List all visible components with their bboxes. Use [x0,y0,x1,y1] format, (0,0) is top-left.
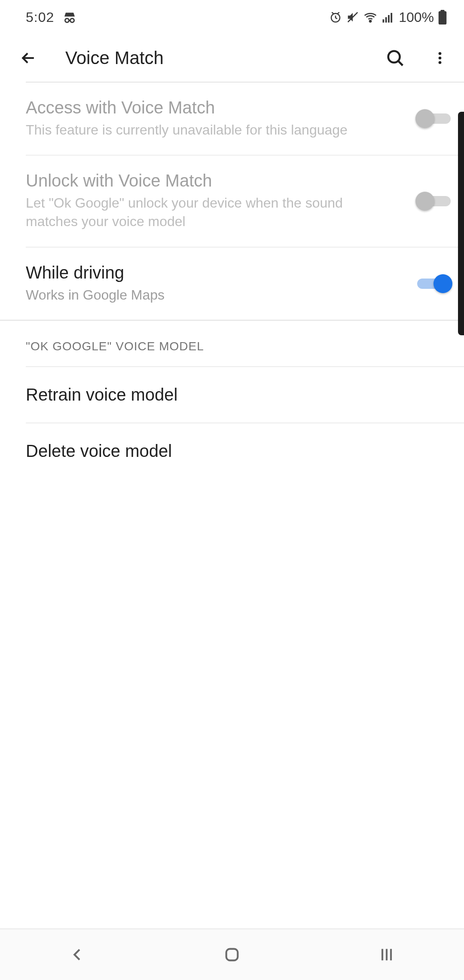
section-header: "OK GOOGLE" VOICE MODEL [26,321,464,366]
row-texts: While driving Works in Google Maps [26,263,404,304]
setting-title: Delete voice model [26,441,464,461]
switch-off-icon [417,193,451,210]
status-bar-left: 5:02 [26,9,77,25]
chevron-left-icon [69,946,86,963]
delete-voice-model[interactable]: Delete voice model [26,423,464,479]
setting-title: Retrain voice model [26,385,464,404]
svg-rect-5 [383,19,385,23]
setting-title: While driving [26,263,395,282]
setting-title: Access with Voice Match [26,98,395,117]
toggle-while-driving[interactable] [404,275,464,292]
arrow-left-icon [19,49,38,67]
nav-back-button[interactable] [43,937,112,972]
svg-rect-10 [440,10,444,12]
setting-while-driving[interactable]: While driving Works in Google Maps [26,248,464,320]
settings-list: Access with Voice Match This feature is … [0,82,464,479]
alarm-icon [329,11,342,24]
svg-rect-6 [385,17,387,23]
incognito-icon [62,9,77,25]
setting-title: Unlock with Voice Match [26,171,395,190]
svg-rect-7 [388,15,390,23]
setting-unlock-voice-match[interactable]: Unlock with Voice Match Let "Ok Google" … [26,156,464,246]
toggle-access-voice-match[interactable] [404,110,464,127]
svg-point-13 [439,57,442,60]
switch-on-icon [417,275,451,292]
recents-icon [378,946,395,963]
status-bar-right: 100% [329,9,447,25]
retrain-voice-model[interactable]: Retrain voice model [26,367,464,423]
svg-point-12 [439,52,442,55]
search-button[interactable] [380,43,411,74]
nav-recents-button[interactable] [352,937,421,972]
svg-point-1 [70,18,74,22]
toggle-unlock-voice-match[interactable] [404,193,464,210]
rounded-square-icon [223,946,241,963]
svg-point-11 [388,51,400,63]
overflow-menu-button[interactable] [424,43,455,74]
system-nav-bar [0,928,464,980]
status-bar: 5:02 100% [0,0,464,34]
svg-rect-9 [439,11,447,24]
scrollbar[interactable] [458,112,464,335]
more-vert-icon [432,50,448,66]
row-texts: Access with Voice Match This feature is … [26,98,404,139]
svg-rect-15 [226,949,238,961]
back-button[interactable] [13,43,44,74]
setting-access-voice-match[interactable]: Access with Voice Match This feature is … [26,83,464,155]
wifi-icon [363,10,377,24]
nav-home-button[interactable] [198,937,266,972]
setting-subtitle: Works in Google Maps [26,286,395,304]
row-texts: Unlock with Voice Match Let "Ok Google" … [26,171,404,231]
setting-subtitle: Let "Ok Google" unlock your device when … [26,194,395,231]
svg-rect-8 [391,13,392,23]
setting-subtitle: This feature is currently unavailable fo… [26,121,395,139]
battery-percent: 100% [399,9,434,25]
svg-point-14 [439,61,442,64]
cell-signal-icon [382,11,394,24]
svg-point-0 [65,18,69,22]
page-title: Voice Match [65,48,366,68]
mute-vibrate-icon [346,11,359,24]
svg-point-4 [369,20,371,22]
status-time: 5:02 [26,9,54,25]
switch-off-icon [417,110,451,127]
search-icon [385,48,405,68]
battery-icon [438,10,447,24]
app-bar: Voice Match [0,34,464,82]
